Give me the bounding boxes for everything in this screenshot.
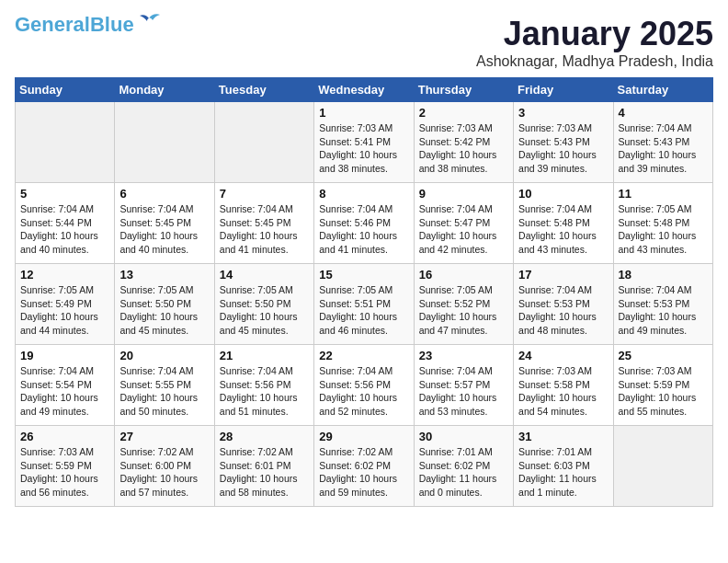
day-info: Sunrise: 7:04 AM Sunset: 5:56 PM Dayligh… (319, 364, 408, 419)
weekday-header: Monday (115, 78, 214, 102)
logo-bird-icon (136, 11, 162, 31)
day-number: 9 (419, 187, 508, 201)
weekday-header-row: SundayMondayTuesdayWednesdayThursdayFrid… (16, 78, 713, 102)
day-number: 23 (419, 349, 508, 362)
calendar-cell: 24Sunrise: 7:03 AM Sunset: 5:58 PM Dayli… (514, 345, 613, 426)
day-info: Sunrise: 7:03 AM Sunset: 5:58 PM Dayligh… (518, 364, 608, 419)
calendar-cell: 30Sunrise: 7:01 AM Sunset: 6:02 PM Dayli… (414, 426, 513, 507)
calendar-week-row: 19Sunrise: 7:04 AM Sunset: 5:54 PM Dayli… (16, 345, 713, 426)
day-number: 12 (20, 268, 109, 282)
logo-blue: Blue (90, 13, 134, 36)
day-number: 19 (20, 349, 109, 362)
day-info: Sunrise: 7:04 AM Sunset: 5:45 PM Dayligh… (119, 202, 209, 257)
day-info: Sunrise: 7:04 AM Sunset: 5:55 PM Dayligh… (119, 364, 209, 419)
day-info: Sunrise: 7:04 AM Sunset: 5:57 PM Dayligh… (419, 364, 508, 419)
calendar-cell: 17Sunrise: 7:04 AM Sunset: 5:53 PM Dayli… (514, 264, 613, 345)
calendar-cell: 14Sunrise: 7:05 AM Sunset: 5:50 PM Dayli… (214, 264, 313, 345)
calendar-cell: 5Sunrise: 7:04 AM Sunset: 5:44 PM Daylig… (16, 183, 115, 264)
day-number: 14 (220, 268, 309, 282)
calendar-cell: 21Sunrise: 7:04 AM Sunset: 5:56 PM Dayli… (214, 345, 313, 426)
day-number: 1 (319, 106, 408, 120)
calendar-cell: 26Sunrise: 7:03 AM Sunset: 5:59 PM Dayli… (16, 426, 115, 507)
day-number: 8 (319, 187, 408, 201)
day-number: 29 (319, 430, 408, 443)
page-header: GeneralBlue January 2025 Ashoknagar, Mad… (15, 15, 713, 70)
day-info: Sunrise: 7:05 AM Sunset: 5:50 PM Dayligh… (220, 283, 309, 338)
day-number: 27 (119, 430, 209, 443)
day-number: 3 (518, 106, 608, 120)
day-number: 5 (20, 187, 109, 201)
title-block: January 2025 Ashoknagar, Madhya Pradesh,… (476, 15, 713, 70)
calendar-cell: 23Sunrise: 7:04 AM Sunset: 5:57 PM Dayli… (414, 345, 513, 426)
day-info: Sunrise: 7:03 AM Sunset: 5:43 PM Dayligh… (518, 121, 608, 176)
logo: GeneralBlue (15, 15, 162, 35)
calendar-cell: 4Sunrise: 7:04 AM Sunset: 5:43 PM Daylig… (613, 102, 712, 183)
calendar-cell: 13Sunrise: 7:05 AM Sunset: 5:50 PM Dayli… (115, 264, 214, 345)
calendar-cell: 25Sunrise: 7:03 AM Sunset: 5:59 PM Dayli… (613, 345, 712, 426)
calendar-cell: 18Sunrise: 7:04 AM Sunset: 5:53 PM Dayli… (613, 264, 712, 345)
weekday-header: Saturday (613, 78, 712, 102)
day-info: Sunrise: 7:03 AM Sunset: 5:41 PM Dayligh… (319, 121, 408, 176)
calendar-week-row: 1Sunrise: 7:03 AM Sunset: 5:41 PM Daylig… (16, 102, 713, 183)
day-number: 21 (220, 349, 309, 362)
day-number: 15 (319, 268, 408, 282)
calendar-cell: 9Sunrise: 7:04 AM Sunset: 5:47 PM Daylig… (414, 183, 513, 264)
calendar-cell: 8Sunrise: 7:04 AM Sunset: 5:46 PM Daylig… (314, 183, 414, 264)
day-info: Sunrise: 7:01 AM Sunset: 6:02 PM Dayligh… (419, 445, 508, 500)
day-number: 10 (518, 187, 608, 201)
day-info: Sunrise: 7:04 AM Sunset: 5:44 PM Dayligh… (20, 202, 109, 257)
calendar-cell (613, 426, 712, 507)
month-title: January 2025 (476, 15, 713, 53)
calendar-cell (214, 102, 313, 183)
day-info: Sunrise: 7:05 AM Sunset: 5:51 PM Dayligh… (319, 283, 408, 338)
calendar-week-row: 5Sunrise: 7:04 AM Sunset: 5:44 PM Daylig… (16, 183, 713, 264)
day-info: Sunrise: 7:04 AM Sunset: 5:53 PM Dayligh… (518, 283, 608, 338)
calendar-cell: 19Sunrise: 7:04 AM Sunset: 5:54 PM Dayli… (16, 345, 115, 426)
day-info: Sunrise: 7:03 AM Sunset: 5:59 PM Dayligh… (20, 445, 109, 500)
day-number: 22 (319, 349, 408, 362)
calendar-table: SundayMondayTuesdayWednesdayThursdayFrid… (15, 77, 713, 507)
calendar-cell: 22Sunrise: 7:04 AM Sunset: 5:56 PM Dayli… (314, 345, 414, 426)
day-number: 20 (119, 349, 209, 362)
logo-general: General (15, 13, 90, 36)
calendar-cell: 3Sunrise: 7:03 AM Sunset: 5:43 PM Daylig… (514, 102, 613, 183)
day-info: Sunrise: 7:05 AM Sunset: 5:48 PM Dayligh… (619, 202, 708, 257)
weekday-header: Tuesday (214, 78, 313, 102)
calendar-cell: 20Sunrise: 7:04 AM Sunset: 5:55 PM Dayli… (115, 345, 214, 426)
logo-text: GeneralBlue (15, 15, 134, 35)
day-number: 24 (518, 349, 608, 362)
day-info: Sunrise: 7:04 AM Sunset: 5:56 PM Dayligh… (220, 364, 309, 419)
weekday-header: Thursday (414, 78, 513, 102)
calendar-cell: 7Sunrise: 7:04 AM Sunset: 5:45 PM Daylig… (214, 183, 313, 264)
day-number: 7 (220, 187, 309, 201)
calendar-cell: 6Sunrise: 7:04 AM Sunset: 5:45 PM Daylig… (115, 183, 214, 264)
day-info: Sunrise: 7:04 AM Sunset: 5:46 PM Dayligh… (319, 202, 408, 257)
day-number: 26 (20, 430, 109, 443)
day-number: 17 (518, 268, 608, 282)
day-number: 2 (419, 106, 508, 120)
calendar-cell: 12Sunrise: 7:05 AM Sunset: 5:49 PM Dayli… (16, 264, 115, 345)
weekday-header: Wednesday (314, 78, 414, 102)
calendar-cell (16, 102, 115, 183)
day-number: 11 (619, 187, 708, 201)
day-info: Sunrise: 7:01 AM Sunset: 6:03 PM Dayligh… (518, 445, 608, 500)
calendar-cell: 15Sunrise: 7:05 AM Sunset: 5:51 PM Dayli… (314, 264, 414, 345)
day-number: 16 (419, 268, 508, 282)
day-info: Sunrise: 7:04 AM Sunset: 5:43 PM Dayligh… (619, 121, 708, 176)
day-number: 13 (119, 268, 209, 282)
weekday-header: Sunday (16, 78, 115, 102)
calendar-cell: 2Sunrise: 7:03 AM Sunset: 5:42 PM Daylig… (414, 102, 513, 183)
calendar-cell: 1Sunrise: 7:03 AM Sunset: 5:41 PM Daylig… (314, 102, 414, 183)
location: Ashoknagar, Madhya Pradesh, India (476, 53, 713, 70)
calendar-cell: 27Sunrise: 7:02 AM Sunset: 6:00 PM Dayli… (115, 426, 214, 507)
day-number: 25 (619, 349, 708, 362)
calendar-week-row: 26Sunrise: 7:03 AM Sunset: 5:59 PM Dayli… (16, 426, 713, 507)
calendar-cell: 31Sunrise: 7:01 AM Sunset: 6:03 PM Dayli… (514, 426, 613, 507)
day-info: Sunrise: 7:04 AM Sunset: 5:45 PM Dayligh… (220, 202, 309, 257)
day-info: Sunrise: 7:04 AM Sunset: 5:54 PM Dayligh… (20, 364, 109, 419)
calendar-cell: 29Sunrise: 7:02 AM Sunset: 6:02 PM Dayli… (314, 426, 414, 507)
day-number: 28 (220, 430, 309, 443)
calendar-cell: 10Sunrise: 7:04 AM Sunset: 5:48 PM Dayli… (514, 183, 613, 264)
calendar-cell: 28Sunrise: 7:02 AM Sunset: 6:01 PM Dayli… (214, 426, 313, 507)
day-info: Sunrise: 7:05 AM Sunset: 5:52 PM Dayligh… (419, 283, 508, 338)
